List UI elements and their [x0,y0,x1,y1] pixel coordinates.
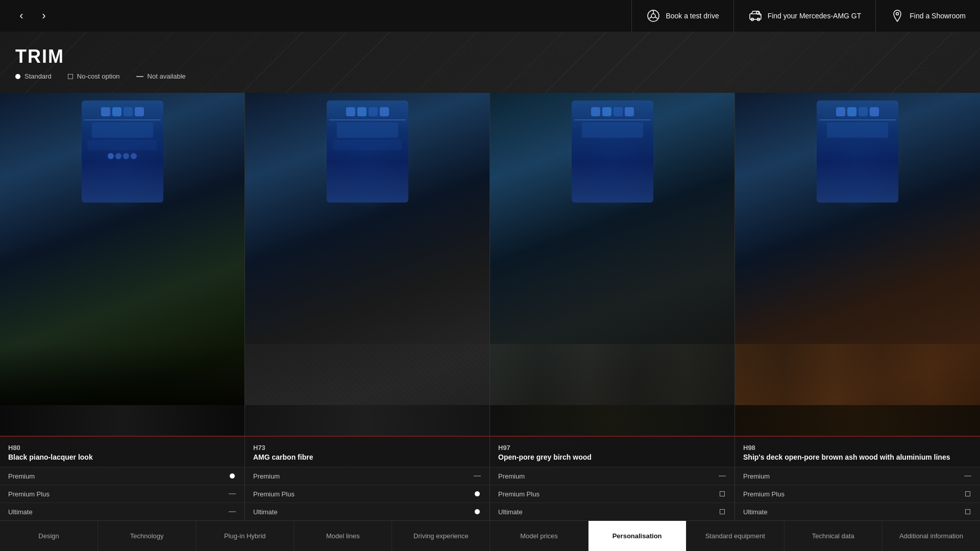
trim-options-h80: Premium Premium Plus Ultimate [0,467,244,520]
legend-not-available-label: Not available [148,72,186,80]
trim-code-h97: H97 [498,444,726,452]
book-test-drive-link[interactable]: Book a test drive [631,0,733,32]
nav-tab-additional-information[interactable]: Additional information [883,521,980,551]
svg-point-10 [896,13,899,15]
trim-options-h73: Premium Premium Plus Ultimate [245,467,489,520]
option-indicator-dash [228,490,236,498]
legend-no-cost-label: No-cost option [77,72,120,80]
svg-line-3 [649,17,652,18]
trim-name-h97: Open-pore grey birch wood [498,453,726,462]
legend-dash-icon [136,76,143,77]
trim-image-h98 [735,93,980,436]
option-indicator-dot [228,472,236,480]
nav-tab-plug-in-hybrid[interactable]: Plug-in Hybrid [196,521,294,551]
option-row: Premium Plus [0,485,244,503]
trim-options-h97: Premium Premium Plus Ultimate [490,467,734,520]
option-label: Premium [253,472,473,480]
option-label: Premium Plus [253,490,473,498]
legend-standard-label: Standard [24,72,52,80]
option-row: Ultimate [0,503,244,520]
option-label: Ultimate [743,508,964,516]
nav-tab-technical-data[interactable]: Technical data [785,521,883,551]
option-indicator-dot [473,508,481,516]
trim-image-h80 [0,93,244,436]
nav-tab-model-lines[interactable]: Model lines [294,521,392,551]
header: ‹ › Book a test drive Find your M [0,0,980,32]
find-showroom-label: Find a Showroom [910,12,966,20]
nav-arrows: ‹ › [0,7,65,25]
option-indicator-square [718,508,726,516]
option-row: Premium [0,467,244,485]
back-button[interactable]: ‹ [12,7,31,25]
trim-card-h73: H73 AMG carbon fibre Premium Premium Plu… [245,93,490,520]
svg-line-4 [655,17,657,18]
option-indicator-square [964,490,972,498]
option-label: Premium Plus [8,490,228,498]
option-row: Premium Plus [735,485,980,503]
page-title: TRIM [15,46,965,67]
legend-square-icon [68,74,73,79]
option-row: Premium [735,467,980,485]
forward-button[interactable]: › [35,7,53,25]
legend-dot-icon [15,74,20,79]
legend-no-cost: No-cost option [68,72,120,80]
trim-card-h98: H98 Ship's deck open-pore brown ash wood… [735,93,980,520]
page-title-area: TRIM Standard No-cost option Not availab… [0,32,980,88]
option-label: Ultimate [253,508,473,516]
option-indicator-square [718,490,726,498]
find-mercedes-link[interactable]: Find your Mercedes-AMG GT [733,0,876,32]
nav-tab-design[interactable]: Design [0,521,98,551]
main-content: TRIM Standard No-cost option Not availab… [0,32,980,520]
svg-point-1 [651,14,655,18]
option-indicator-dash [964,472,972,480]
option-label: Premium [498,472,718,480]
nav-tab-standard-equipment[interactable]: Standard equipment [687,521,785,551]
option-label: Ultimate [8,508,228,516]
option-row: Ultimate [245,503,489,520]
option-row: Premium [245,467,489,485]
option-label: Premium Plus [743,490,964,498]
trim-code-h98: H98 [743,444,972,452]
option-row: Ultimate [735,503,980,520]
trim-caption-h73: H73 AMG carbon fibre [245,436,489,467]
location-pin-icon [890,9,904,23]
option-indicator-square [964,508,972,516]
trim-name-h73: AMG carbon fibre [253,453,481,462]
nav-tab-technology[interactable]: Technology [98,521,196,551]
option-indicator-dash [473,472,481,480]
trim-name-h98: Ship's deck open-pore brown ash wood wit… [743,453,972,462]
trim-image-h97 [490,93,734,436]
option-row: Premium Plus [490,485,734,503]
option-label: Premium [8,472,228,480]
trim-caption-h98: H98 Ship's deck open-pore brown ash wood… [735,436,980,467]
option-indicator-dot [473,490,481,498]
car-search-icon [748,9,763,23]
option-row: Premium [490,467,734,485]
bottom-navigation: Design Technology Plug-in Hybrid Model l… [0,520,980,551]
legend-standard: Standard [15,72,52,80]
svg-line-9 [759,14,761,16]
nav-tab-driving-experience[interactable]: Driving experience [392,521,490,551]
trim-card-h97: H97 Open-pore grey birch wood Premium Pr… [490,93,735,520]
nav-tab-model-prices[interactable]: Model prices [490,521,588,551]
trim-caption-h97: H97 Open-pore grey birch wood [490,436,734,467]
find-showroom-link[interactable]: Find a Showroom [875,0,980,32]
find-mercedes-label: Find your Mercedes-AMG GT [768,12,862,20]
option-row: Premium Plus [245,485,489,503]
trim-code-h73: H73 [253,444,481,452]
trim-options-h98: Premium Premium Plus Ultimate [735,467,980,520]
trim-image-h73 [245,93,489,436]
steering-wheel-icon [646,9,660,23]
trim-name-h80: Black piano-lacquer look [8,453,236,462]
book-test-drive-label: Book a test drive [666,12,719,20]
trim-cards-grid: H80 Black piano-lacquer look Premium Pre… [0,93,980,520]
legend-not-available: Not available [136,72,186,80]
option-row: Ultimate [490,503,734,520]
option-label: Premium [743,472,964,480]
trim-card-h80: H80 Black piano-lacquer look Premium Pre… [0,93,245,520]
nav-tab-personalisation[interactable]: Personalisation [589,521,687,551]
option-label: Ultimate [498,508,718,516]
option-indicator-dash [228,508,236,516]
trim-code-h80: H80 [8,444,236,452]
option-indicator-dash [718,472,726,480]
